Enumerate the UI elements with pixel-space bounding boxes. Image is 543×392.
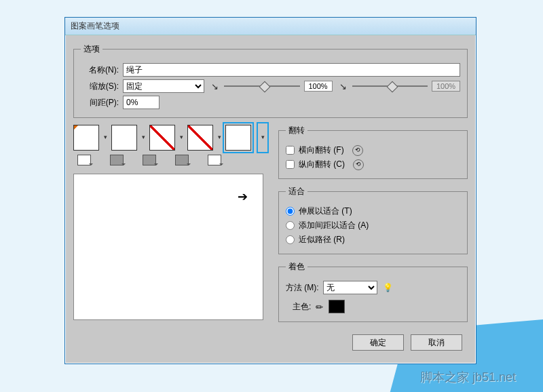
arrow-icon: ➔ — [238, 189, 248, 204]
fit-space-radio[interactable] — [286, 221, 295, 230]
group-fit: 适合 伸展以适合 (T) 添加间距以适合 (A) 近似路径 (R) — [278, 186, 468, 254]
method-label: 方法 (M): — [286, 282, 319, 294]
tile-inner-menu[interactable]: ▾ — [178, 125, 185, 149]
dialog-pattern-brush-options: 图案画笔选项 选项 名称(N): 缩放(S): 固定 ↘ 100% ↘ 100% — [64, 17, 476, 364]
scale-slider[interactable] — [224, 81, 300, 91]
group-colorize-legend: 着色 — [286, 261, 307, 273]
scale-value[interactable]: 100% — [304, 81, 333, 92]
spacing-input[interactable] — [123, 96, 160, 109]
tile-hint-end-icon — [208, 155, 221, 165]
tile-start[interactable] — [187, 125, 213, 151]
flip-h-label: 横向翻转 (F) — [299, 144, 344, 156]
group-flip: 翻转 横向翻转 (F)⟲ 纵向翻转 (C)⟲ — [278, 125, 468, 179]
flip-h-checkbox[interactable] — [286, 146, 295, 155]
flip-v-icon: ⟲ — [353, 159, 364, 170]
anchor-right-icon: ↘ — [339, 81, 347, 92]
anchor-left-icon: ↘ — [211, 81, 219, 92]
fit-stretch-radio[interactable] — [286, 207, 295, 216]
scale-value-2: 100% — [432, 81, 460, 92]
watermark: 脚本之家 jb51.net — [420, 369, 516, 385]
tip-icon[interactable]: 💡 — [383, 283, 393, 292]
cancel-button[interactable]: 取消 — [411, 334, 462, 351]
group-options-legend: 选项 — [81, 43, 102, 55]
name-label: 名称(N): — [81, 64, 119, 76]
ok-button[interactable]: 确定 — [352, 334, 404, 351]
flip-v-label: 纵向翻转 (C) — [299, 159, 345, 170]
group-fit-legend: 适合 — [286, 186, 307, 197]
fit-space-label: 添加间距以适合 (A) — [299, 220, 369, 231]
group-flip-legend: 翻转 — [286, 125, 307, 136]
scale-mode-select[interactable]: 固定 — [123, 79, 204, 93]
tile-hint-inner-icon — [143, 155, 156, 165]
tile-side[interactable] — [73, 125, 99, 151]
tile-hint-start-icon — [175, 155, 189, 165]
flip-v-checkbox[interactable] — [286, 160, 295, 169]
tile-end-highlight — [223, 122, 254, 153]
name-input[interactable] — [123, 63, 460, 77]
fit-approx-label: 近似路径 (R) — [299, 234, 345, 246]
tile-outer-menu[interactable]: ▾ — [140, 125, 147, 149]
tile-hint-outer-icon — [110, 155, 124, 165]
tile-side-menu[interactable]: ▾ — [102, 125, 109, 149]
brush-preview: ➔ — [73, 174, 263, 320]
tile-inner-corner[interactable] — [149, 125, 175, 151]
tile-outer-corner[interactable] — [111, 125, 137, 151]
keycolor-swatch[interactable] — [329, 300, 345, 313]
method-select[interactable]: 无 — [323, 281, 377, 294]
tile-row: ▾ ▾ ▾ ▾ ▾ — [73, 125, 270, 151]
eyedropper-icon[interactable] — [313, 300, 326, 313]
spacing-label: 间距(P): — [81, 97, 119, 109]
fit-stretch-label: 伸展以适合 (T) — [299, 205, 352, 217]
tile-start-menu[interactable]: ▾ — [216, 125, 223, 149]
keycolor-label: 主色: — [293, 301, 311, 313]
group-options: 选项 名称(N): 缩放(S): 固定 ↘ 100% ↘ 100% 间距(P): — [73, 43, 468, 118]
fit-approx-radio[interactable] — [286, 235, 295, 244]
scale-label: 缩放(S): — [81, 81, 119, 92]
flip-h-icon: ⟲ — [352, 145, 363, 156]
scale-slider-2 — [352, 81, 428, 91]
dialog-title: 图案画笔选项 — [65, 18, 476, 35]
tile-hint-side-icon — [77, 155, 91, 165]
group-colorize: 着色 方法 (M): 无 💡 主色: — [278, 261, 468, 322]
tile-end-menu[interactable]: ▾ — [259, 125, 266, 149]
tile-end[interactable] — [225, 125, 251, 151]
